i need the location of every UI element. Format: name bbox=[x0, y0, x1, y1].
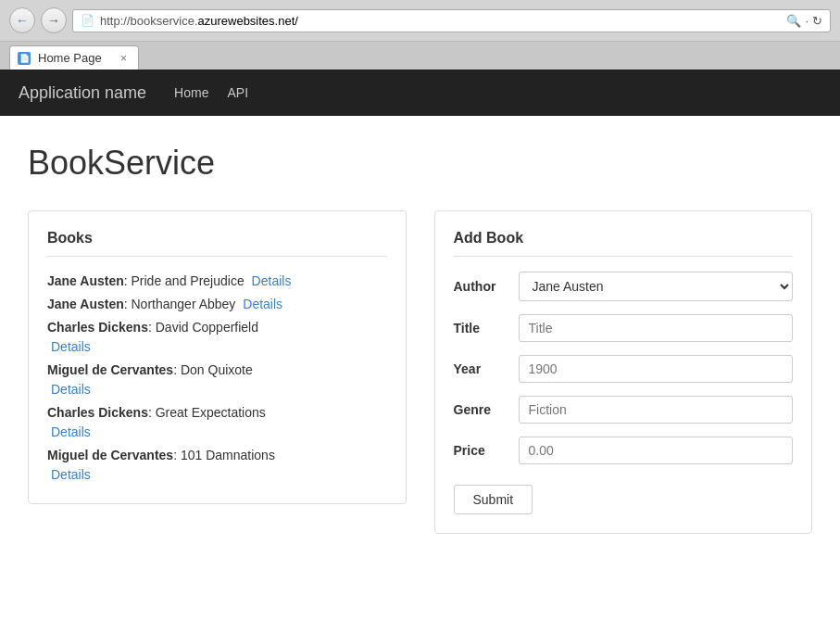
browser-tab[interactable]: 📄 Home Page × bbox=[9, 45, 139, 70]
browser-chrome: ← → 📄 http://bookservice.azurewebsites.n… bbox=[0, 0, 840, 42]
list-item: Charles Dickens: David Copperfield Detai… bbox=[47, 318, 387, 357]
details-link[interactable]: Details bbox=[243, 297, 282, 311]
title-input[interactable] bbox=[519, 314, 794, 342]
tab-bar: 📄 Home Page × bbox=[0, 42, 840, 70]
book-author: Jane Austen bbox=[47, 297, 124, 311]
app-name: Application name bbox=[19, 83, 146, 103]
details-link[interactable]: Details bbox=[51, 382, 91, 397]
books-panel-title: Books bbox=[47, 230, 387, 257]
separator: · bbox=[805, 14, 809, 28]
book-author: Miguel de Cervantes bbox=[47, 362, 173, 377]
submit-button[interactable]: Submit bbox=[454, 485, 533, 514]
title-label: Title bbox=[454, 321, 509, 335]
nav-link-api[interactable]: API bbox=[227, 85, 248, 100]
books-panel: Books Jane Austen: Pride and Prejudice D… bbox=[28, 210, 407, 504]
content-columns: Books Jane Austen: Pride and Prejudice D… bbox=[28, 210, 812, 534]
forward-button[interactable]: → bbox=[41, 7, 67, 33]
back-button[interactable]: ← bbox=[9, 7, 35, 33]
book-author: Miguel de Cervantes bbox=[47, 448, 173, 462]
address-icons: 🔍 · ↻ bbox=[786, 14, 822, 28]
url-display: http://bookservice.azurewebsites.net/ bbox=[100, 14, 781, 28]
book-author: Jane Austen bbox=[47, 273, 124, 288]
tab-title: Home Page bbox=[38, 51, 102, 65]
list-item: Miguel de Cervantes: Don Quixote Details bbox=[47, 361, 387, 399]
nav-link-home[interactable]: Home bbox=[174, 85, 208, 100]
address-bar[interactable]: 📄 http://bookservice.azurewebsites.net/ … bbox=[72, 9, 831, 32]
main-content: BookService Books Jane Austen: Pride and… bbox=[0, 116, 840, 633]
author-select[interactable]: Jane Austen Charles Dickens Miguel de Ce… bbox=[519, 272, 794, 301]
list-item: Jane Austen: Northanger Abbey Details bbox=[47, 295, 387, 314]
refresh-icon[interactable]: ↻ bbox=[812, 14, 822, 28]
details-link[interactable]: Details bbox=[51, 467, 91, 482]
details-link[interactable]: Details bbox=[252, 273, 292, 288]
search-icon[interactable]: 🔍 bbox=[786, 14, 801, 28]
details-link[interactable]: Details bbox=[51, 339, 91, 354]
page-icon: 📄 bbox=[81, 14, 94, 27]
genre-label: Genre bbox=[454, 402, 509, 417]
book-author: Charles Dickens bbox=[47, 320, 148, 335]
book-list: Jane Austen: Pride and Prejudice Details… bbox=[47, 272, 387, 485]
price-label: Price bbox=[454, 443, 509, 458]
add-book-panel: Add Book Author Jane Austen Charles Dick… bbox=[434, 210, 813, 534]
tab-close-button[interactable]: × bbox=[120, 52, 127, 65]
price-input[interactable] bbox=[519, 437, 794, 464]
year-row: Year bbox=[454, 355, 794, 383]
year-label: Year bbox=[454, 361, 509, 376]
app-navigation: Application name Home API bbox=[0, 70, 840, 116]
list-item: Jane Austen: Pride and Prejudice Details bbox=[47, 272, 387, 291]
list-item: Charles Dickens: Great Expectations Deta… bbox=[47, 403, 387, 442]
tab-favicon: 📄 bbox=[18, 52, 31, 65]
details-link[interactable]: Details bbox=[51, 424, 91, 439]
price-row: Price bbox=[454, 437, 794, 464]
genre-input[interactable] bbox=[519, 396, 794, 424]
add-book-panel-title: Add Book bbox=[454, 230, 794, 257]
list-item: Miguel de Cervantes: 101 Damnations Deta… bbox=[47, 446, 387, 485]
year-input[interactable] bbox=[519, 355, 794, 383]
genre-row: Genre bbox=[454, 396, 794, 424]
page-title: BookService bbox=[28, 144, 812, 183]
author-label: Author bbox=[454, 279, 509, 294]
author-row: Author Jane Austen Charles Dickens Migue… bbox=[454, 272, 794, 301]
title-row: Title bbox=[454, 314, 794, 342]
book-author: Charles Dickens bbox=[47, 405, 148, 420]
